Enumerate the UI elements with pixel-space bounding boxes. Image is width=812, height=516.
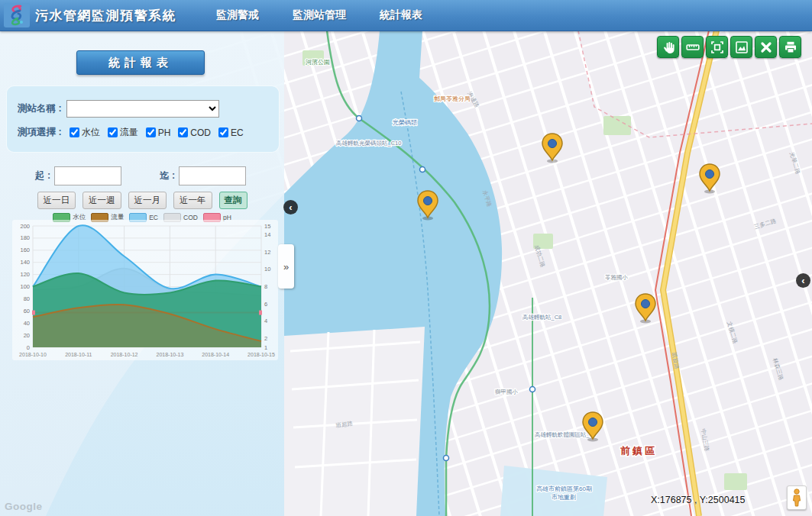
- report-chart: 0204060801001201401601802002018-10-10201…: [12, 220, 278, 360]
- map-pier-area: [284, 327, 425, 516]
- svg-text:1: 1: [264, 344, 267, 351]
- svg-text:120: 120: [20, 271, 30, 278]
- print-button[interactable]: [779, 36, 801, 58]
- menu-item-reports[interactable]: 統計報表: [380, 8, 422, 22]
- range-button-近一月[interactable]: 近一月: [128, 192, 167, 209]
- menu-item-alert[interactable]: 監測警戒: [216, 8, 259, 22]
- ruler-icon: [685, 40, 700, 55]
- svg-text:160: 160: [20, 247, 30, 253]
- pan-hand-button[interactable]: [657, 36, 679, 58]
- map-label: 高雄輕軌站_C8: [522, 314, 561, 321]
- quick-range-buttons: 近一日近一週近一月近一年查詢: [0, 192, 284, 209]
- range-button-近一日[interactable]: 近一日: [37, 192, 76, 209]
- pegman-control[interactable]: [787, 485, 807, 510]
- map-label: 高雄輕軌光榮碼頭站_C10: [336, 140, 401, 147]
- map-label: 河濱公園: [306, 59, 330, 66]
- query-button[interactable]: 查詢: [219, 192, 247, 209]
- svg-text:2018-10-11: 2018-10-11: [65, 352, 92, 357]
- svg-text:14: 14: [264, 231, 270, 238]
- google-watermark: Google: [5, 501, 43, 512]
- svg-text:2018-10-10: 2018-10-10: [19, 352, 47, 357]
- checkbox-EC[interactable]: EC: [218, 126, 244, 139]
- svg-text:20: 20: [24, 332, 30, 339]
- station-name-label: 測站名稱 :: [18, 102, 62, 115]
- map-label: 高雄市前鎮區第60期: [536, 485, 592, 492]
- checkbox-input-COD[interactable]: [178, 127, 188, 137]
- svg-text:2018-10-13: 2018-10-13: [156, 352, 183, 357]
- map-label: 苓雅國小: [605, 274, 629, 281]
- menu-item-stations[interactable]: 監測站管理: [293, 8, 346, 22]
- checkbox-流量[interactable]: 流量: [108, 126, 138, 139]
- checkbox-PH[interactable]: PH: [146, 126, 171, 139]
- date-from-input[interactable]: [54, 166, 121, 185]
- report-sidebar: 統計報表 測站名稱 : 測項選擇 : 水位流量PHCODEC 起 : 迄 : 近…: [0, 31, 284, 516]
- checkbox-水位[interactable]: 水位: [70, 126, 100, 139]
- svg-text:200: 200: [20, 223, 30, 230]
- svg-text:2: 2: [264, 335, 267, 342]
- svg-text:8: 8: [264, 283, 267, 290]
- collapse-right-button[interactable]: ‹: [796, 273, 810, 288]
- station-select[interactable]: [66, 100, 219, 118]
- svg-text:80: 80: [24, 295, 30, 302]
- svg-text:2018-10-14: 2018-10-14: [202, 352, 229, 357]
- range-button-近一年[interactable]: 近一年: [173, 192, 212, 209]
- svg-text:12: 12: [264, 249, 270, 256]
- collapse-sidebar-button[interactable]: ‹: [283, 200, 298, 214]
- svg-text:2018-10-15: 2018-10-15: [247, 352, 275, 357]
- date-to-input[interactable]: [179, 166, 246, 185]
- district-label: 前鎮區: [620, 445, 657, 456]
- app-title: 污水管網監測預警系統: [35, 7, 176, 24]
- checkbox-COD[interactable]: COD: [178, 126, 211, 139]
- measure-items-group: 水位流量PHCODEC: [62, 126, 244, 139]
- svg-text:40: 40: [24, 320, 30, 327]
- measure-ruler-button[interactable]: [681, 36, 704, 58]
- map-label: 市地重劃: [552, 494, 576, 501]
- checkbox-input-PH[interactable]: [146, 127, 156, 137]
- app-logo-icon: [4, 3, 30, 27]
- svg-text:60: 60: [24, 308, 30, 314]
- svg-text:6: 6: [264, 301, 267, 308]
- close-button[interactable]: [755, 36, 777, 58]
- date-from-label: 起 :: [35, 169, 50, 182]
- zoom-select-button[interactable]: [706, 36, 728, 58]
- svg-text:4: 4: [264, 318, 267, 324]
- report-form-panel: 測站名稱 : 測項選擇 : 水位流量PHCODEC: [6, 85, 280, 153]
- close-icon: [759, 40, 774, 55]
- printer-icon: [783, 40, 798, 55]
- map-toolbar: [657, 36, 801, 58]
- checkbox-input-水位[interactable]: [70, 127, 79, 137]
- hand-icon: [661, 40, 676, 55]
- expand-sidebar-button[interactable]: »: [278, 244, 294, 289]
- map-coordinates: X:176875 , Y:2500415: [651, 495, 746, 505]
- map-label: 光榮碼頭: [393, 119, 417, 126]
- pegman-icon: [791, 489, 802, 507]
- report-panel-title[interactable]: 統計報表: [76, 50, 205, 75]
- svg-text:100: 100: [20, 283, 30, 290]
- select-icon: [710, 40, 725, 55]
- svg-text:2018-10-12: 2018-10-12: [111, 352, 138, 357]
- measure-items-label: 測項選擇 :: [18, 126, 62, 139]
- svg-text:15: 15: [264, 223, 270, 230]
- svg-text:180: 180: [20, 234, 30, 241]
- chart-icon: [734, 40, 749, 55]
- date-to-label: 迄 :: [160, 169, 175, 182]
- top-navbar: 污水管網監測預警系統 監測警戒監測站管理統計報表: [0, 0, 812, 31]
- svg-text:10: 10: [264, 266, 270, 273]
- checkbox-input-EC[interactable]: [218, 127, 228, 137]
- chart-export-button[interactable]: [730, 36, 752, 58]
- svg-text:0: 0: [27, 344, 30, 351]
- map-label: 獅甲國小: [495, 389, 519, 395]
- svg-text:140: 140: [20, 259, 30, 266]
- range-button-近一週[interactable]: 近一週: [82, 192, 121, 209]
- main-menu: 監測警戒監測站管理統計報表: [216, 8, 422, 22]
- checkbox-input-流量[interactable]: [108, 127, 118, 137]
- map-label: 郵局苓雅分局: [434, 95, 471, 102]
